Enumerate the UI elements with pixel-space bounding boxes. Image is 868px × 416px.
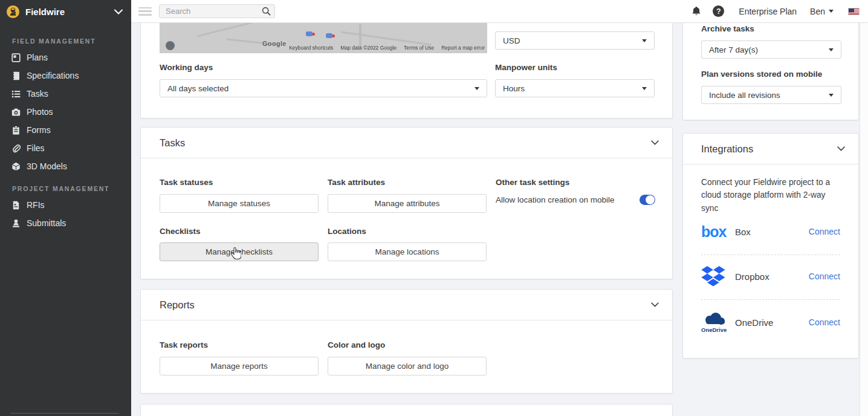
color-and-logo-label: Color and logo [328,340,385,349]
integration-name: OneDrive [735,317,809,328]
caret-down-icon [642,87,647,90]
section-title: FIELD MANAGEMENT [0,37,131,48]
working-days-label: Working days [160,63,213,72]
map-attr-shortcuts[interactable]: Keyboard shortcuts [289,45,333,51]
chevron-down-icon[interactable] [651,302,659,307]
menu-icon[interactable] [138,7,152,16]
stamp-icon [11,218,21,228]
locations-label: Locations [328,227,366,236]
project-settings-card: Google Keyboard shortcuts Map data ©2022… [140,23,673,119]
integrations-card: Integrations Connect your Fieldwire proj… [682,133,859,359]
notifications-button[interactable] [691,6,702,17]
language-flag-us-icon[interactable] [848,8,860,15]
chevron-down-icon[interactable] [114,9,123,15]
fieldwire-logo-icon [6,5,20,19]
task-list-icon [11,89,21,99]
box-logo-icon: box [701,224,733,239]
map-attr-terms[interactable]: Terms of Use [404,45,434,51]
spec-book-icon [11,71,21,80]
manage-color-logo-button[interactable]: Manage color and logo [328,357,487,375]
sidebar: FIELD MANAGEMENT Plans Specifications Ta… [0,23,131,416]
archive-tasks-select[interactable]: After 7 day(s) [701,41,841,59]
task-reports-label: Task reports [160,340,208,349]
plan-versions-select[interactable]: Include all revisions [701,86,841,104]
reports-settings-card: Reports Task reports Color and logo Mana… [140,289,673,394]
sidebar-item-plans[interactable]: Plans [0,48,131,67]
search-input[interactable] [159,4,275,18]
sidebar-section-field-management: FIELD MANAGEMENT Plans Specifications Ta… [0,23,131,175]
divider [701,255,840,255]
caret-down-icon [829,10,834,13]
integration-row-onedrive: OneDrive OneDrive Connect [701,308,840,337]
caret-down-icon [829,94,834,97]
archive-tasks-label: Archive tasks [701,24,754,33]
sidebar-item-specifications[interactable]: Specifications [0,67,131,85]
project-switcher[interactable]: Fieldwire [0,0,131,23]
reports-card-title: Reports [160,299,195,311]
sidebar-item-forms[interactable]: Forms [0,121,131,139]
user-menu[interactable]: Ben [810,7,834,16]
integration-row-box: box Box Connect [701,217,840,246]
plan-icon [11,53,21,62]
sidebar-item-files[interactable]: Files [0,139,131,157]
topbar: Fieldwire ? Enterprise Plan Ben [0,0,868,23]
paperclip-icon [11,143,21,153]
map-control-icon[interactable] [166,41,175,50]
working-days-select[interactable]: All days selected [160,79,487,97]
dropbox-connect-link[interactable]: Connect [809,271,840,281]
sidebar-item-tasks[interactable]: Tasks [0,85,131,103]
chevron-down-icon[interactable] [651,140,659,145]
chevron-down-icon[interactable] [837,146,845,151]
integrations-card-title: Integrations [701,143,753,155]
task-statuses-label: Task statuses [160,178,213,187]
clipboard-icon [11,125,21,135]
next-settings-card [140,404,673,416]
integration-name: Box [735,227,809,237]
help-icon: ? [713,5,724,17]
sidebar-item-submittals[interactable]: Submittals [0,214,131,232]
manage-reports-button[interactable]: Manage reports [160,357,319,375]
bell-icon [691,6,702,17]
search-box [159,4,275,18]
scrollbar[interactable] [860,23,868,416]
onedrive-logo-icon: OneDrive [701,311,733,333]
section-title: PROJECT MANAGEMENT [0,185,131,196]
manage-checklists-button[interactable]: Manage checklists [160,242,319,261]
location-creation-toggle[interactable] [640,195,655,205]
user-name: Ben [810,7,825,16]
sidebar-item-photos[interactable]: Photos [0,103,131,121]
plan-settings-card: Archive tasks After 7 day(s) Plan versio… [682,23,859,120]
plan-badge: Enterprise Plan [739,7,797,16]
reports-card-header[interactable]: Reports [141,290,672,320]
tasks-card-title: Tasks [160,137,185,149]
search-icon[interactable] [262,7,271,16]
task-attributes-label: Task attributes [328,178,385,187]
onedrive-connect-link[interactable]: Connect [809,317,840,327]
integrations-description: Connect your Fieldwire project to a clou… [701,176,844,215]
caret-down-icon [642,39,647,42]
sidebar-item-rfis[interactable]: RFIs [0,196,131,214]
manage-locations-button[interactable]: Manage locations [328,242,487,261]
caret-down-icon [829,48,834,51]
manage-attributes-button[interactable]: Manage attributes [328,194,487,213]
box-connect-link[interactable]: Connect [809,227,840,236]
rfi-document-icon [11,200,21,210]
project-location-map[interactable]: Google Keyboard shortcuts Map data ©2022… [160,23,487,53]
divider [701,299,840,300]
manpower-units-select[interactable]: Hours [495,79,655,97]
topbar-right: ? Enterprise Plan Ben [131,0,868,22]
manage-statuses-button[interactable]: Manage statuses [160,194,319,213]
integrations-card-header[interactable]: Integrations [683,134,858,164]
currency-select[interactable]: USD [495,31,655,50]
dropbox-logo-icon [701,266,733,287]
location-creation-toggle-label: Allow location creation on mobile [496,195,615,204]
help-button[interactable]: ? [713,5,724,17]
sidebar-item-3d-models[interactable]: 3D Models [0,157,131,175]
map-attr-data: Map data ©2022 Google [340,45,397,51]
integration-row-dropbox: Dropbox Connect [701,262,840,291]
other-task-settings-label: Other task settings [496,178,569,187]
map-attr-report[interactable]: Report a map error [441,45,485,51]
cube-icon [11,161,21,171]
main-content: Google Keyboard shortcuts Map data ©2022… [131,23,860,416]
tasks-card-header[interactable]: Tasks [141,128,672,158]
